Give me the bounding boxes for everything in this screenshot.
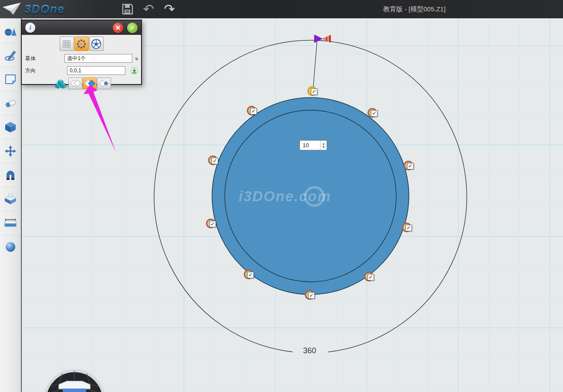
undo-button[interactable]: ↶ (142, 3, 155, 16)
tab-sphere-pattern[interactable] (89, 37, 104, 51)
pattern-dialog: i ✕ ✓ (21, 20, 142, 85)
instance-checkbox[interactable]: ✓ (212, 158, 218, 164)
sidebar-item-move[interactable] (1, 142, 20, 160)
sidebar-item-magnet[interactable] (1, 166, 20, 184)
title-bar: 3DOne ↶ ↷ 教育版 - [模型005.Z1] (0, 0, 563, 18)
pattern-type-tabs (22, 37, 141, 51)
spinner-up-icon[interactable]: ▲ (322, 142, 325, 145)
pattern-instance-marker[interactable]: ✓ (244, 270, 253, 279)
instance-checkbox[interactable]: ✓ (367, 274, 374, 280)
cubes-stack-icon (54, 78, 67, 89)
instance-checkbox[interactable]: ✓ (371, 110, 378, 117)
tool-sidebar (0, 18, 22, 392)
instance-checkbox[interactable]: ✓ (407, 163, 414, 169)
instance-checkbox[interactable]: ✓ (308, 292, 315, 299)
spinner-down-icon[interactable]: ▼ (322, 145, 325, 149)
sidebar-item-render[interactable] (1, 238, 20, 256)
divider (2, 163, 19, 163)
move-arrows-icon (4, 145, 17, 157)
ruler-icon (4, 218, 17, 228)
linear-pattern-icon (62, 40, 71, 48)
view-navigation-ball[interactable] (41, 367, 108, 392)
view-cube[interactable] (59, 381, 90, 392)
pattern-instance-marker[interactable]: ✓ (206, 219, 216, 228)
diamond-blue-icon (84, 80, 95, 88)
cube-icon (4, 121, 17, 133)
divider (2, 139, 19, 139)
pattern-instance-marker[interactable]: ✓ (208, 155, 218, 165)
pattern-instance-marker[interactable]: ✓ (305, 290, 314, 300)
variant-ghost-button[interactable] (68, 78, 82, 89)
sidebar-item-combine[interactable] (1, 190, 20, 208)
tab-circular-pattern[interactable] (74, 37, 89, 51)
save-button[interactable] (121, 3, 134, 16)
undo-icon: ↶ (143, 3, 154, 16)
box-lid-icon (4, 193, 17, 205)
two-diamonds-icon (70, 80, 81, 88)
dialog-titlebar: i ✕ ✓ (22, 20, 141, 35)
cancel-button[interactable]: ✕ (113, 23, 123, 33)
plane-icon (4, 73, 17, 85)
window-title: 教育版 - [模型005.Z1] (383, 0, 445, 18)
pattern-instance-marker[interactable]: ✓ (364, 272, 374, 281)
pattern-instance-marker[interactable]: ✓ (367, 108, 377, 118)
sidebar-item-eraser[interactable] (1, 95, 20, 112)
sphere-icon (5, 241, 16, 253)
divider (2, 91, 19, 91)
redo-button[interactable]: ↷ (163, 3, 176, 16)
pattern-instance-marker[interactable]: ✓ (307, 86, 317, 96)
diamond-small-blue-icon (98, 80, 110, 88)
primitives-icon (4, 26, 17, 37)
divider (2, 235, 19, 235)
expand-chevron-icon[interactable]: » (134, 57, 141, 60)
soccer-ball-icon (91, 39, 101, 49)
base-field-label: 基体 (25, 55, 38, 62)
pattern-instance-marker[interactable]: ✓ (404, 161, 413, 170)
redo-icon: ↷ (164, 3, 175, 16)
spinner-arrows[interactable]: ▲ ▼ (320, 141, 327, 150)
base-field-row: 基体 » (25, 54, 138, 63)
sidebar-item-sketch[interactable] (1, 47, 20, 64)
divider (2, 211, 19, 211)
info-button[interactable]: i (25, 23, 35, 33)
sidebar-item-plane[interactable] (1, 71, 20, 88)
tab-linear-pattern[interactable] (60, 37, 74, 51)
divider (2, 43, 19, 44)
direction-field-input[interactable] (67, 66, 125, 75)
green-arrow-icon (131, 67, 138, 74)
base-field-input[interactable] (64, 54, 132, 63)
instance-checkbox[interactable]: ✓ (311, 88, 317, 95)
variant-solid-cubes-button[interactable] (54, 78, 68, 89)
pattern-instance-marker[interactable]: ✓ (402, 223, 411, 232)
magnet-icon (4, 169, 17, 181)
paper-plane-icon (2, 2, 22, 17)
direction-field-row: 方向 (25, 66, 138, 75)
save-icon (122, 3, 133, 15)
pattern-instance-marker[interactable]: ✓ (247, 106, 256, 115)
divider (2, 187, 19, 187)
confirm-button[interactable]: ✓ (127, 23, 138, 33)
eraser-icon (4, 98, 17, 108)
sidebar-item-solid[interactable] (1, 118, 20, 136)
instance-checkbox[interactable]: ✓ (250, 108, 257, 115)
variant-instance-button[interactable] (83, 78, 97, 89)
divider (2, 115, 19, 115)
instance-checkbox[interactable]: ✓ (405, 225, 412, 231)
variant-small-button[interactable] (97, 78, 111, 89)
pattern-count-spinner: ▲ ▼ (300, 140, 327, 150)
instance-checkbox[interactable]: ✓ (247, 272, 254, 278)
brand-text: 3DOne (24, 3, 64, 16)
pen-icon (4, 49, 17, 61)
pattern-variant-buttons (54, 78, 141, 89)
direction-field-label: 方向 (25, 67, 41, 74)
circular-pattern-icon (77, 39, 86, 49)
pick-direction-button[interactable] (131, 67, 138, 74)
instance-checkbox[interactable]: ✓ (209, 221, 216, 227)
pattern-count-input[interactable] (300, 141, 320, 150)
sidebar-item-measure[interactable] (1, 214, 20, 232)
divider (2, 67, 19, 68)
app-logo: 3DOne (2, 2, 64, 17)
sidebar-item-primitives[interactable] (1, 23, 20, 40)
